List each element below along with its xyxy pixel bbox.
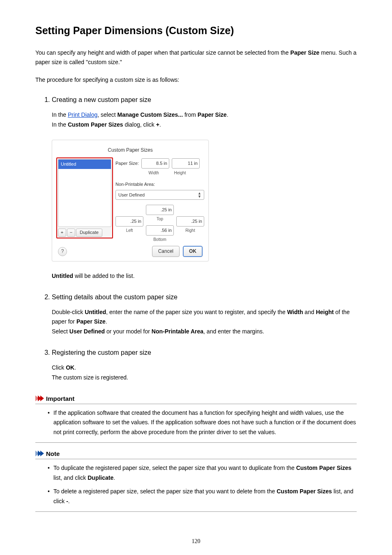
text: To delete a registered paper size, selec… (53, 488, 277, 495)
text: , enter the name of the paper size you w… (106, 309, 287, 315)
text: dialog, click (123, 121, 156, 128)
step-1: Creating a new custom paper size In the … (52, 96, 357, 281)
text: Double-click (52, 309, 85, 315)
margin-bottom-input[interactable]: .56 in (146, 225, 174, 236)
important-item: If the application software that created… (48, 408, 357, 437)
margin-top-input[interactable]: .25 in (146, 205, 174, 215)
text: . (106, 318, 107, 325)
step-3-line-1: Click OK. (52, 363, 357, 373)
intro-paragraph-2: The procedure for specifying a custom si… (35, 75, 357, 85)
updown-icon: ▲▼ (198, 192, 201, 198)
height-input[interactable]: 11 in (172, 158, 200, 169)
intro-paragraph-1: You can specify any height and width of … (35, 48, 357, 67)
paper-size-label: Paper Size: (115, 160, 139, 167)
important-title: Important (46, 395, 74, 402)
step-2: Setting details about the custom paper s… (52, 294, 357, 337)
width-input[interactable]: 8.5 in (141, 158, 169, 169)
text: You can specify any height and width of … (35, 49, 291, 56)
margin-right-input[interactable]: .25 in (176, 216, 204, 227)
text: will be added to the list. (73, 273, 134, 279)
text: , and enter the margins. (203, 328, 264, 335)
text: . (113, 474, 115, 481)
text-bold: Duplicate (88, 474, 113, 481)
custom-paper-sizes-dialog: Custom Paper Sizes Untitled + − Duplicat… (52, 140, 357, 261)
text-bold: Paper Size (291, 49, 320, 56)
step-1-line-1: In the Print Dialog, select Manage Custo… (52, 110, 357, 120)
important-body: If the application software that created… (35, 404, 357, 443)
text: In the (52, 111, 68, 118)
sizes-panel: Untitled + − Duplicate (56, 157, 113, 238)
cancel-button[interactable]: Cancel (152, 246, 180, 257)
text: . (227, 111, 228, 118)
note-item-2: To delete a registered paper size, selec… (48, 487, 357, 506)
width-label: Width (142, 169, 166, 176)
text: Click (52, 364, 66, 371)
text: list, and click (53, 474, 88, 481)
text: and (303, 309, 316, 315)
remove-size-button[interactable]: − (67, 229, 75, 237)
text-bold: Manage Custom Sizes... (118, 111, 183, 118)
important-header: Important (35, 395, 357, 404)
text: . (74, 364, 76, 371)
dialog-title: Custom Paper Sizes (56, 144, 204, 157)
step-title: Setting details about the custom paper s… (52, 294, 178, 301)
height-label: Height (168, 169, 192, 176)
text: from (183, 111, 198, 118)
margin-left-label: Left (115, 227, 143, 234)
text-bold: Width (287, 309, 303, 315)
step-2-line-1: Double-click Untitled, enter the name of… (52, 308, 357, 327)
page-number: 120 (35, 538, 357, 545)
step-3-line-2: The custom size is registered. (52, 373, 357, 383)
text-bold: Height (316, 309, 334, 315)
note-title: Note (46, 450, 60, 457)
step-2-line-2: Select User Defined or your model for No… (52, 327, 357, 337)
margin-left-input[interactable]: .25 in (115, 216, 143, 227)
step-title: Registering the custom paper size (52, 349, 151, 356)
text: or your model for (105, 328, 152, 335)
print-dialog-link[interactable]: Print Dialog (68, 111, 97, 118)
text: To duplicate the registered paper size, … (53, 465, 296, 471)
non-printable-area-select[interactable]: User Defined ▲▼ (115, 190, 204, 200)
text: . (159, 121, 161, 128)
step-3: Registering the custom paper size Click … (52, 349, 357, 383)
non-printable-area-label: Non-Printable Area: (115, 180, 204, 188)
chevrons-icon (35, 395, 43, 401)
text-bold: Paper Size (76, 318, 106, 325)
note-item-1: To duplicate the registered paper size, … (48, 463, 357, 483)
text-bold: Custom Paper Sizes (68, 121, 123, 128)
add-size-button[interactable]: + (58, 229, 66, 237)
size-list-item-selected[interactable]: Untitled (58, 160, 111, 169)
margin-right-label: Right (176, 227, 204, 234)
help-button[interactable]: ? (58, 247, 67, 256)
step-1-line-2: In the Custom Paper Sizes dialog, click … (52, 120, 357, 130)
select-value: User Defined (118, 191, 145, 199)
ok-button[interactable]: OK (183, 246, 203, 257)
text-bold: Untitled (85, 309, 106, 315)
text-bold: + (156, 121, 159, 128)
step-title: Creating a new custom paper size (52, 96, 151, 103)
text-bold: Untitled (52, 273, 73, 279)
text: , select (97, 111, 117, 118)
margin-bottom-label: Bottom (146, 236, 174, 243)
text: In the (52, 121, 68, 128)
note-body: To duplicate the registered paper size, … (35, 459, 357, 512)
text-bold: Paper Size (198, 111, 227, 118)
margin-top-label: Top (146, 215, 174, 222)
note-header: Note (35, 450, 357, 459)
page-title: Setting Paper Dimensions (Custom Size) (35, 25, 357, 37)
sizes-list[interactable]: Untitled (58, 159, 111, 227)
text: . (68, 498, 70, 504)
text-bold: Custom Paper Sizes (296, 465, 352, 471)
step-1-after: Untitled will be added to the list. (52, 271, 357, 281)
text-bold: OK (66, 364, 74, 371)
text-bold: Custom Paper Sizes (277, 488, 332, 495)
text: Select (52, 328, 69, 335)
duplicate-size-button[interactable]: Duplicate (76, 229, 102, 237)
chevrons-icon (35, 451, 43, 456)
text-bold: User Defined (69, 328, 105, 335)
text-bold: Non-Printable Area (152, 328, 203, 335)
